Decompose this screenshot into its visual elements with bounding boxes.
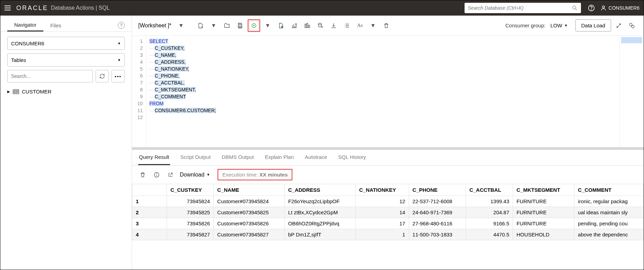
object-type-select[interactable]: Tables▼: [7, 53, 125, 66]
oracle-logo: ORACLE: [16, 4, 48, 12]
data-load-button[interactable]: Data Load: [575, 19, 611, 32]
run-script-icon[interactable]: [275, 20, 286, 31]
table-row[interactable]: 173945824Customer#073945824F26oYeuzq2cLi…: [132, 196, 644, 207]
font-size-icon[interactable]: Aa: [354, 20, 365, 31]
help-icon[interactable]: [585, 2, 598, 14]
sql-toolbar: [Worksheet ]* ▼ ▼ ▼ Aa ▼ Consumer gro: [132, 16, 644, 36]
svg-line-1: [575, 9, 577, 10]
user-menu[interactable]: CONSUMER6: [600, 5, 639, 11]
format-icon[interactable]: [341, 20, 352, 31]
sql-editor[interactable]: 123456789101112 SELECT····C_CUSTKEY,····…: [132, 36, 619, 147]
autotrace-icon[interactable]: [302, 20, 313, 31]
table-row[interactable]: 273945825Customer#073945825Lt ztBx,XCydc…: [132, 207, 644, 218]
line-gutter: 123456789101112: [132, 36, 147, 147]
col-C_COMMENT[interactable]: C_COMMENT: [574, 184, 644, 196]
result-tab-dbms-output[interactable]: DBMS Output: [221, 150, 255, 165]
table-row[interactable]: 473945827Customer#073945827bP Dm1Z,sjIfT…: [132, 229, 644, 240]
result-tab-query-result[interactable]: Query Result: [138, 150, 170, 165]
minimap[interactable]: [619, 36, 644, 147]
explain-plan-icon[interactable]: [289, 20, 300, 31]
search-icon: [572, 5, 577, 11]
navigator-panel: Navigator Files ? CONSUMER6▼ Tables▼ •••: [0, 16, 132, 270]
results-grid[interactable]: C_CUSTKEYC_NAMEC_ADDRESSC_NATIONKEYC_PHO…: [132, 184, 644, 270]
col-C_ACCTBAL[interactable]: C_ACCTBAL: [466, 184, 513, 196]
clear-icon[interactable]: [381, 20, 392, 31]
more-button[interactable]: •••: [112, 70, 125, 82]
expand-icon[interactable]: [613, 20, 624, 31]
save-icon[interactable]: [235, 20, 246, 31]
global-search-input[interactable]: [468, 5, 572, 11]
font-dropdown[interactable]: ▼: [368, 20, 379, 31]
menu-icon[interactable]: [5, 6, 11, 10]
result-tab-script-output[interactable]: Script Output: [180, 150, 212, 165]
code-area[interactable]: SELECT····C_CUSTKEY,····C_NAME,····C_ADD…: [147, 36, 219, 147]
svg-rect-10: [239, 23, 241, 25]
result-tabs: Query ResultScript OutputDBMS OutputExpl…: [132, 150, 644, 165]
svg-point-4: [602, 6, 605, 8]
tab-navigator[interactable]: Navigator: [7, 19, 43, 32]
result-tab-autotrace[interactable]: Autotrace: [304, 150, 328, 165]
col-C_NAME[interactable]: C_NAME: [214, 184, 285, 196]
svg-point-24: [157, 173, 157, 173]
refresh-button[interactable]: [96, 70, 109, 82]
result-tab-sql-history[interactable]: SQL History: [337, 150, 367, 165]
consumer-group-select[interactable]: LOW▼: [550, 22, 568, 28]
download-editor-icon[interactable]: [328, 20, 339, 31]
run-button-highlight: [248, 19, 260, 32]
svg-rect-16: [307, 23, 308, 28]
svg-point-3: [591, 10, 591, 10]
tab-files[interactable]: Files: [43, 20, 68, 31]
refresh-icon: [99, 73, 105, 79]
run-button[interactable]: [249, 21, 259, 30]
sql-history-icon[interactable]: [315, 20, 326, 31]
col-C_ADDRESS[interactable]: C_ADDRESS: [284, 184, 355, 196]
new-file-icon[interactable]: [195, 20, 206, 31]
col-C_MKTSEGMENT[interactable]: C_MKTSEGMENT: [513, 184, 574, 196]
open-new-icon[interactable]: [166, 170, 175, 179]
result-tab-explain-plan[interactable]: Explain Plan: [264, 150, 294, 165]
col-C_NATIONKEY[interactable]: C_NATIONKEY: [355, 184, 409, 196]
result-toolbar: Download▼ Execution time: XX minutes: [132, 165, 644, 184]
app-header: ORACLE Database Actions | SQL CONSUMER6: [0, 0, 644, 16]
tree-item-customer[interactable]: ▶ CUSTOMER: [7, 87, 125, 96]
consumer-group-label: Consumer group:: [505, 22, 546, 28]
svg-point-14: [295, 24, 297, 25]
info-icon[interactable]: [152, 170, 161, 179]
play-icon: [252, 23, 256, 28]
svg-point-18: [318, 23, 321, 25]
table-icon: [13, 89, 19, 94]
svg-rect-5: [13, 90, 19, 94]
nav-search-input[interactable]: [7, 70, 93, 82]
find-icon[interactable]: [626, 20, 637, 31]
global-search[interactable]: [465, 3, 581, 13]
user-icon: [600, 5, 607, 11]
svg-rect-15: [305, 24, 306, 28]
open-icon[interactable]: [221, 20, 232, 31]
svg-point-0: [573, 6, 576, 9]
col-C_CUSTKEY[interactable]: C_CUSTKEY: [167, 184, 214, 196]
svg-rect-11: [239, 26, 241, 27]
dots-icon: •••: [115, 74, 122, 79]
worksheet-dropdown[interactable]: ▼: [176, 20, 187, 31]
table-row[interactable]: 373945826Customer#073945826OB6hOZ0RtgZPP…: [132, 218, 644, 229]
new-dropdown[interactable]: ▼: [208, 20, 219, 31]
svg-rect-17: [309, 25, 310, 28]
delete-results-icon[interactable]: [138, 170, 147, 179]
worksheet-name[interactable]: [Worksheet ]*: [138, 22, 171, 29]
schema-select[interactable]: CONSUMER6▼: [7, 37, 125, 50]
download-button[interactable]: Download▼: [180, 172, 210, 178]
nav-help-icon[interactable]: ?: [118, 22, 125, 29]
run-dropdown[interactable]: ▼: [262, 20, 273, 31]
col-C_PHONE[interactable]: C_PHONE: [409, 184, 466, 196]
execution-time-highlight: Execution time: XX minutes: [218, 169, 292, 180]
product-name: Database Actions | SQL: [51, 5, 110, 11]
